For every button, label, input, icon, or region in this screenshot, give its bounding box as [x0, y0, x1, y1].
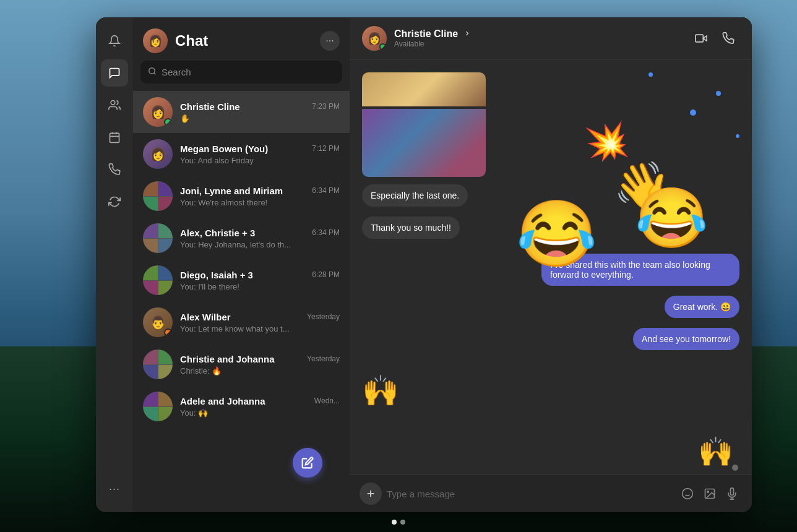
chat-time: Yesterday	[307, 354, 340, 363]
list-item[interactable]: Christie and Johanna Yesterday Christie:…	[133, 343, 350, 385]
phone-call-button[interactable]	[717, 27, 739, 49]
chat-window: 👩 Christie Cline Available	[350, 17, 752, 512]
sidebar-item-chat[interactable]	[101, 59, 128, 87]
more-dots: ···	[109, 483, 120, 496]
list-item[interactable]: 👩 Christie Cline 7:23 PM ✋	[133, 91, 350, 133]
list-item[interactable]: 👩 Megan Bowen (You) 7:12 PM You: And als…	[133, 133, 350, 175]
avatar: 👩	[143, 139, 173, 169]
chat-info: Megan Bowen (You) 7:12 PM You: And also …	[180, 144, 340, 165]
sidebar-item-calendar[interactable]	[101, 124, 128, 151]
wave-mini-emoji: 🙌	[698, 435, 733, 468]
message-bubble-sent: And see you tomorrow!	[633, 328, 739, 350]
svg-point-5	[149, 68, 155, 74]
chat-info: Joni, Lynne and Miriam 6:34 PM You: We'r…	[180, 186, 340, 207]
chat-header-info: Christie Cline Available	[394, 28, 683, 48]
chat-name: Alex, Christie + 3	[180, 228, 255, 238]
list-item[interactable]: Adele and Johanna Wedn... You: 🙌	[133, 385, 350, 427]
chat-name: Joni, Lynne and Miriam	[180, 186, 283, 196]
message-bubble-wrapper: Especially the last one.	[362, 184, 468, 212]
chat-preview: You: And also Friday	[180, 156, 340, 165]
chat-preview: You: We're almost there!	[180, 198, 340, 207]
wave-emoji: 🙌	[362, 374, 399, 407]
chat-name: Diego, Isaiah + 3	[180, 270, 253, 280]
avatar	[143, 223, 173, 253]
image-bottom	[362, 109, 486, 177]
more-options-button[interactable]: ···	[320, 31, 340, 51]
indicator-dot	[400, 520, 405, 525]
svg-line-6	[154, 73, 156, 75]
chat-preview: You: Hey Johanna, let's do th...	[180, 240, 340, 249]
user-avatar: 👩	[143, 28, 168, 53]
sidebar-item-bell[interactable]	[101, 27, 128, 54]
compose-button[interactable]	[293, 448, 322, 478]
message-bubble-wrapper: I've shared this with the team also look…	[541, 254, 739, 291]
indicator-dot-active	[392, 520, 397, 525]
sidebar-item-people[interactable]	[101, 92, 128, 119]
chat-name: Alex Wilber	[180, 312, 231, 322]
chat-list-header: 👩 Chat ···	[133, 17, 350, 61]
chat-preview: Christie: 🔥	[180, 366, 340, 375]
sidebar-item-more[interactable]: ···	[101, 475, 128, 502]
list-item[interactable]: Joni, Lynne and Miriam 6:34 PM You: We'r…	[133, 175, 350, 217]
orange-dot	[164, 328, 172, 337]
chat-list-panel: 👩 Chat ··· 👩	[133, 17, 350, 512]
chat-time: Wedn...	[314, 397, 340, 405]
avatar	[143, 350, 173, 379]
chat-time: 6:34 PM	[312, 186, 340, 195]
image-top	[362, 72, 486, 106]
list-item[interactable]: Diego, Isaiah + 3 6:28 PM You: I'll be t…	[133, 259, 350, 301]
chat-list: 👩 Christie Cline 7:23 PM ✋ 👩 Megan Bowen…	[133, 91, 350, 512]
chat-preview: You: I'll be there!	[180, 282, 340, 291]
sidebar-nav: ···	[96, 17, 133, 512]
message-bubble-sent: I've shared this with the team also look…	[541, 254, 739, 286]
message-text: Thank you so much!!	[371, 223, 451, 233]
image-message	[362, 72, 486, 177]
message-bubble-wrapper: Thank you so much!!	[362, 217, 460, 244]
chat-time: 6:34 PM	[312, 228, 340, 237]
add-attachment-button[interactable]	[360, 483, 382, 505]
list-item[interactable]: 👨 Alex Wilber Yesterday You: Let me know…	[133, 301, 350, 343]
list-item[interactable]: Alex, Christie + 3 6:34 PM You: Hey Joha…	[133, 217, 350, 259]
chat-name: Megan Bowen (You)	[180, 144, 268, 154]
svg-point-15	[707, 491, 709, 493]
sidebar-item-phone[interactable]	[101, 156, 128, 183]
avatar: 👨	[143, 307, 173, 337]
microphone-button[interactable]	[722, 484, 742, 504]
message-text: Great work. 😀	[673, 302, 731, 312]
search-bar[interactable]	[140, 61, 342, 84]
avatar	[143, 181, 173, 211]
emoji-button[interactable]	[678, 484, 697, 504]
chat-preview: You: 🙌	[180, 408, 340, 418]
message-input-bar	[350, 474, 752, 512]
message-input[interactable]	[387, 484, 673, 504]
image-upload-button[interactable]	[700, 484, 720, 504]
online-indicator	[379, 43, 386, 50]
chat-time: Yesterday	[307, 312, 340, 321]
indicator-dot-small	[732, 465, 738, 471]
chat-preview: You: Let me know what you t...	[180, 324, 340, 333]
svg-point-11	[683, 489, 693, 499]
message-bubble-sent: Great work. 😀	[665, 296, 739, 318]
search-input[interactable]	[162, 67, 335, 77]
sidebar-item-loop[interactable]	[101, 188, 128, 215]
message-text: I've shared this with the team also look…	[550, 260, 710, 280]
emoji-reaction: 🙌	[362, 374, 399, 408]
search-icon	[148, 67, 157, 77]
app-window: ··· 👩 Chat ··· 👩	[96, 17, 752, 512]
avatar	[143, 392, 173, 421]
svg-rect-1	[110, 133, 119, 142]
more-dots-icon: ···	[325, 35, 334, 46]
page-title: Chat	[175, 32, 312, 49]
chat-time: 7:12 PM	[312, 144, 340, 153]
video-call-button[interactable]	[690, 27, 712, 49]
message-bubble: Thank you so much!!	[362, 217, 460, 239]
messages-area[interactable]: Especially the last one. Thank you so mu…	[350, 60, 752, 474]
chat-name: Adele and Johanna	[180, 396, 265, 406]
chat-header-avatar: 👩	[362, 26, 387, 51]
message-bubble: Especially the last one.	[362, 184, 468, 207]
chat-header-name[interactable]: Christie Cline	[394, 28, 683, 40]
input-actions	[678, 484, 742, 504]
chat-time: 6:28 PM	[312, 270, 340, 279]
message-text: And see you tomorrow!	[642, 334, 731, 344]
chat-info: Alex Wilber Yesterday You: Let me know w…	[180, 312, 340, 333]
